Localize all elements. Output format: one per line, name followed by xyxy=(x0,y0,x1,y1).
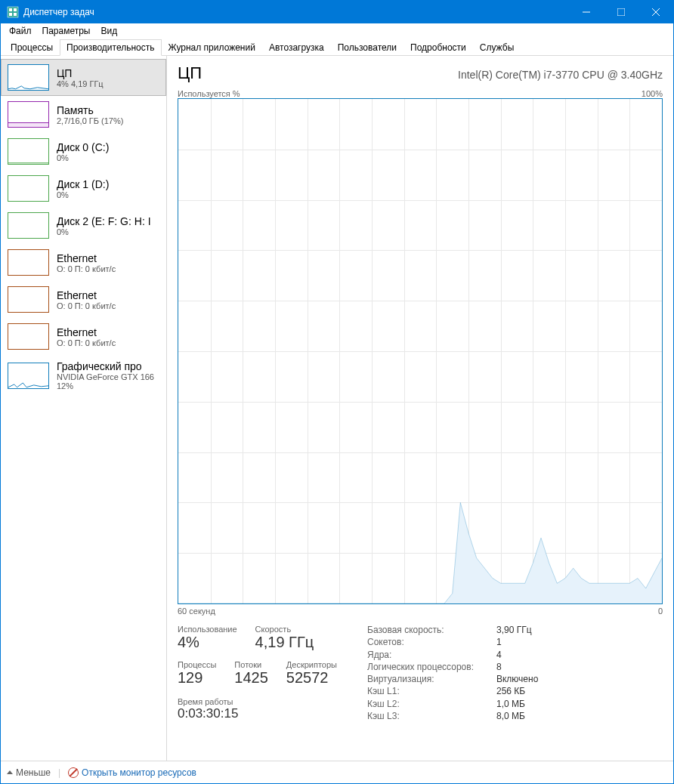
svg-rect-6 xyxy=(617,8,625,16)
svg-rect-2 xyxy=(14,8,17,11)
sidebar-item-label: ЦП xyxy=(57,67,159,79)
net-thumb xyxy=(8,249,49,276)
svg-rect-3 xyxy=(9,13,12,16)
detail-title: ЦП xyxy=(178,63,202,83)
disk-thumb xyxy=(8,212,49,239)
svg-rect-4 xyxy=(14,13,17,16)
tab-services[interactable]: Службы xyxy=(473,39,521,56)
sidebar-item-ethernet0[interactable]: EthernetО: 0 П: 0 кбит/с xyxy=(1,244,166,281)
stat-usage: 4% xyxy=(178,634,237,651)
sidebar-item-ethernet1[interactable]: EthernetО: 0 П: 0 кбит/с xyxy=(1,281,166,318)
sidebar-item-cpu[interactable]: ЦП4% 4,19 ГГц xyxy=(1,59,166,96)
minimize-button[interactable] xyxy=(569,1,604,23)
sidebar-item-label: Диск 1 (D:) xyxy=(57,178,159,190)
sidebar-item-label: Память xyxy=(57,104,159,116)
memory-thumb xyxy=(8,101,49,128)
fewer-details-button[interactable]: Меньше xyxy=(7,767,51,778)
stat-handles: 52572 xyxy=(286,669,337,687)
app-icon xyxy=(7,6,19,18)
disk-thumb xyxy=(8,138,49,165)
sidebar-item-disk2[interactable]: Диск 2 (E: F: G: H: I0% xyxy=(1,207,166,244)
sidebar-item-label: Диск 2 (E: F: G: H: I xyxy=(57,215,159,227)
stat-uptime: 0:03:30:15 xyxy=(178,706,337,721)
stats-block: Использование4% Скорость4,19 ГГц Процесс… xyxy=(178,625,663,721)
sidebar-item-gpu[interactable]: Графический проNVIDIA GeForce GTX 16612% xyxy=(1,355,166,396)
window-title: Диспетчер задач xyxy=(23,7,569,17)
tab-startup[interactable]: Автозагрузка xyxy=(262,39,331,56)
sidebar-item-label: Ethernet xyxy=(57,252,159,264)
maximize-button[interactable] xyxy=(604,1,638,23)
sidebar-item-disk1[interactable]: Диск 1 (D:)0% xyxy=(1,170,166,207)
titlebar: Диспетчер задач xyxy=(1,1,673,23)
chart-x-right: 0 xyxy=(658,607,663,616)
menu-view[interactable]: Вид xyxy=(95,25,122,37)
resmon-icon xyxy=(68,767,79,778)
tab-users[interactable]: Пользователи xyxy=(331,39,403,56)
chart-y-max: 100% xyxy=(642,89,663,98)
main-area: ЦП4% 4,19 ГГц Память2,7/16,0 ГБ (17%) Ди… xyxy=(1,56,673,761)
disk-thumb xyxy=(8,175,49,202)
close-button[interactable] xyxy=(638,1,673,23)
chart-x-left: 60 секунд xyxy=(178,607,215,616)
stat-speed: 4,19 ГГц xyxy=(255,634,314,651)
menu-options[interactable]: Параметры xyxy=(37,25,96,37)
menubar: Файл Параметры Вид xyxy=(1,23,673,39)
footer: Меньше | Открыть монитор ресурсов xyxy=(1,761,673,783)
open-resmon-link[interactable]: Открыть монитор ресурсов xyxy=(68,767,196,778)
net-thumb xyxy=(8,323,49,350)
sidebar-item-disk0[interactable]: Диск 0 (C:)0% xyxy=(1,133,166,170)
gpu-thumb xyxy=(8,363,49,389)
tab-details[interactable]: Подробности xyxy=(403,39,473,56)
cpu-thumb xyxy=(8,64,49,91)
cpu-chart xyxy=(178,98,663,604)
cpu-info-table: Базовая скорость:3,90 ГГц Сокетов:1 Ядра… xyxy=(367,625,538,721)
chevron-up-icon xyxy=(7,770,13,774)
tabs: Процессы Производительность Журнал прило… xyxy=(1,39,673,56)
tab-performance[interactable]: Производительность xyxy=(60,39,161,56)
chart-y-label: Используется % xyxy=(178,89,240,98)
tab-processes[interactable]: Процессы xyxy=(4,39,60,56)
sidebar-item-label: Ethernet xyxy=(57,326,159,338)
sidebar-item-label: Диск 0 (C:) xyxy=(57,141,159,153)
tab-app-history[interactable]: Журнал приложений xyxy=(162,39,262,56)
sidebar: ЦП4% 4,19 ГГц Память2,7/16,0 ГБ (17%) Ди… xyxy=(1,56,167,761)
sidebar-item-ethernet2[interactable]: EthernetО: 0 П: 0 кбит/с xyxy=(1,318,166,355)
detail-pane: ЦП Intel(R) Core(TM) i7-3770 CPU @ 3.40G… xyxy=(167,56,673,761)
cpu-chart-svg xyxy=(178,99,662,603)
sidebar-item-memory[interactable]: Память2,7/16,0 ГБ (17%) xyxy=(1,96,166,133)
sidebar-item-label: Графический про xyxy=(57,360,159,372)
stat-threads: 1425 xyxy=(234,669,268,687)
menu-file[interactable]: Файл xyxy=(4,25,37,37)
stat-processes: 129 xyxy=(178,669,216,687)
net-thumb xyxy=(8,286,49,313)
svg-rect-1 xyxy=(9,8,12,11)
sidebar-item-label: Ethernet xyxy=(57,289,159,301)
cpu-model: Intel(R) Core(TM) i7-3770 CPU @ 3.40GHz xyxy=(458,69,663,81)
